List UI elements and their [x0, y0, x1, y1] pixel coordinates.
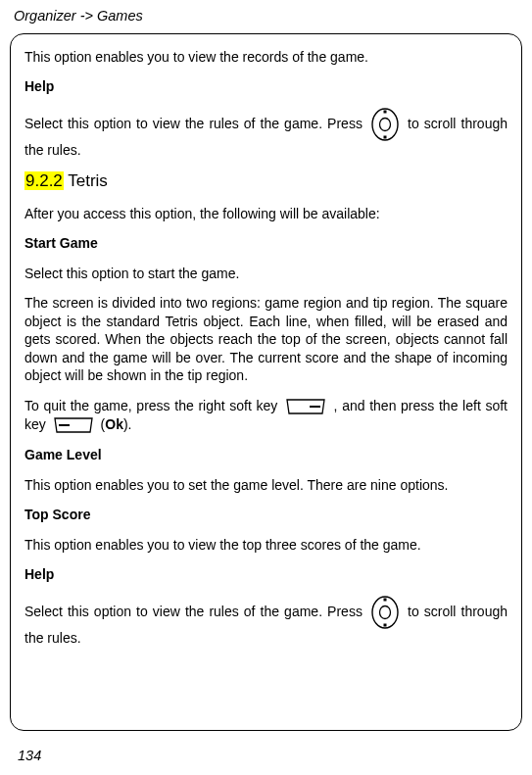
page-number: 134 [18, 748, 41, 763]
paragraph: Select this option to start the game. [24, 265, 508, 282]
heading-top-score: Top Score [24, 506, 508, 523]
svg-point-6 [372, 597, 398, 628]
section-number: 9.2.2 [24, 171, 64, 190]
paragraph: The screen is divided into two regions: … [24, 294, 508, 384]
svg-rect-2 [383, 110, 386, 113]
text-bold: Ok [105, 416, 123, 432]
paragraph: Select this option to view the rules of … [24, 596, 508, 647]
text-run: To quit the game, press the right soft k… [24, 398, 282, 413]
svg-rect-8 [383, 598, 386, 601]
navigation-key-icon [370, 108, 400, 141]
page-header: Organizer -> Games [0, 8, 532, 29]
content-frame: This option enables you to view the reco… [10, 33, 522, 731]
paragraph: This option enables you to view the reco… [24, 48, 508, 66]
heading-help: Help [24, 77, 508, 95]
section-title: Tetris [64, 171, 108, 190]
left-softkey-icon [53, 416, 94, 434]
heading-start-game: Start Game [24, 234, 508, 252]
text-run: Select this option to view the rules of … [24, 116, 363, 131]
paragraph: After you access this option, the follow… [24, 205, 508, 222]
text-run: ). [123, 416, 132, 432]
heading-help: Help [24, 565, 508, 583]
svg-point-7 [379, 605, 390, 618]
navigation-key-icon [370, 596, 400, 629]
right-softkey-icon [285, 398, 326, 415]
paragraph: This option enables you to set the game … [24, 476, 508, 494]
svg-point-0 [372, 109, 398, 140]
paragraph: To quit the game, press the right soft k… [24, 397, 508, 435]
paragraph: Select this option to view the rules of … [24, 108, 508, 159]
svg-point-1 [379, 118, 390, 130]
document-page: Organizer -> Games This option enables y… [0, 0, 532, 775]
text-run: Select this option to view the rules of … [24, 603, 363, 618]
svg-rect-9 [383, 623, 386, 626]
paragraph: This option enables you to view the top … [24, 536, 508, 554]
heading-game-level: Game Level [24, 446, 508, 463]
svg-rect-3 [383, 135, 386, 138]
section-heading: 9.2.2 Tetris [24, 170, 508, 192]
